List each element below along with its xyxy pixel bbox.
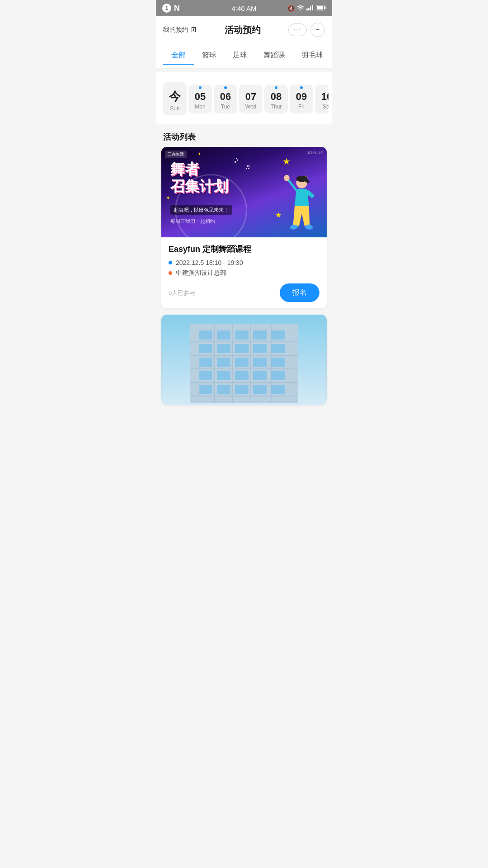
svg-rect-35: [271, 371, 285, 380]
header-actions: ··· −: [288, 23, 325, 37]
svg-rect-28: [235, 358, 249, 367]
svg-rect-1: [306, 9, 308, 10]
star-icon-5: ✦: [197, 151, 201, 156]
card-location-row: 中建滨湖设计总部: [169, 269, 319, 277]
wifi-icon: [297, 5, 304, 12]
card-location: 中建滨湖设计总部: [176, 269, 226, 277]
tab-all[interactable]: 全部: [163, 47, 194, 65]
svg-rect-27: [217, 358, 230, 367]
status-time: 4:40 AM: [231, 5, 256, 12]
date-num-08: 08: [271, 91, 282, 103]
dot-orange-location: [169, 271, 172, 275]
page-title: 活动预约: [197, 24, 288, 36]
svg-rect-2: [308, 8, 310, 10]
date-item-10[interactable]: 10 Sat: [315, 85, 328, 113]
my-booking-link[interactable]: 我的预约 🗓: [163, 26, 197, 34]
card-title-dance: Easyfun 定制舞蹈课程: [169, 244, 319, 255]
date-dot-08: [275, 86, 277, 89]
date-label-07: Wed: [245, 104, 256, 110]
banner-text-line2: 召集计划: [170, 178, 228, 195]
svg-rect-20: [271, 330, 285, 340]
music-note-1: ♪: [234, 154, 239, 165]
card-body-dance: Easyfun 定制舞蹈课程 2022.12.5 18:10 - 19:30 中…: [161, 237, 327, 308]
header: 我的预约 🗓 活动预约 ··· −: [156, 16, 332, 43]
status-right: 🔇: [287, 5, 326, 12]
mute-icon: 🔇: [287, 5, 295, 12]
date-label-08: Thur: [271, 104, 282, 110]
status-bar: 1 N 4:40 AM 🔇: [156, 0, 332, 16]
card-datetime-row: 2022.12.5 18:10 - 19:30: [169, 259, 319, 266]
svg-rect-17: [217, 330, 230, 340]
banner-sub-text: 起舞吧，以出色见未来！: [170, 205, 232, 215]
date-num-06: 06: [220, 91, 231, 103]
date-label-10: Sat: [323, 104, 328, 110]
card-datetime: 2022.12.5 18:10 - 19:30: [176, 259, 243, 266]
more-button[interactable]: ···: [288, 24, 307, 36]
svg-rect-31: [199, 371, 212, 380]
svg-rect-37: [217, 385, 230, 394]
date-item-09[interactable]: 09 Fri: [290, 85, 313, 113]
tab-badminton[interactable]: 羽毛球: [293, 47, 331, 65]
date-label-today: Sun: [170, 105, 179, 112]
svg-rect-40: [271, 385, 285, 394]
tab-dance[interactable]: 舞蹈课: [255, 47, 293, 65]
svg-rect-30: [271, 358, 285, 367]
svg-rect-16: [199, 330, 212, 340]
svg-rect-38: [235, 385, 249, 394]
close-button[interactable]: −: [310, 23, 325, 37]
tab-football[interactable]: 足球: [225, 47, 255, 65]
svg-rect-36: [199, 385, 212, 394]
date-num-today: 今: [169, 89, 181, 104]
music-note-2: ♬: [245, 163, 250, 171]
date-num-07: 07: [245, 91, 256, 103]
content-area: 活动列表 三办生活 JOIN US ★ ★ ★ ✦ ✦ ♪ ♬: [156, 124, 332, 405]
date-label-06: Tue: [221, 104, 230, 110]
banner-main-text: 舞者 召集计划: [170, 160, 228, 195]
svg-rect-19: [253, 330, 267, 340]
date-num-10: 10: [321, 91, 328, 103]
dot-blue-datetime: [169, 261, 172, 264]
signup-button-dance[interactable]: 报名: [280, 283, 319, 302]
svg-rect-33: [235, 371, 249, 380]
svg-rect-34: [253, 371, 267, 380]
banner-label-right: JOIN US: [307, 151, 323, 155]
svg-rect-7: [317, 6, 323, 9]
date-picker-container: 今 Sun 05 Mon 06 Tue 07 Wed 08 Thur 09: [156, 72, 332, 124]
banner-label-top: 三办生活: [165, 151, 187, 158]
svg-rect-4: [312, 5, 313, 10]
svg-point-0: [300, 9, 301, 10]
star-icon-4: ✦: [166, 195, 170, 201]
svg-rect-21: [199, 344, 212, 353]
date-label-09: Fri: [298, 104, 305, 110]
category-tabs: 全部 篮球 足球 舞蹈课 羽毛球: [156, 43, 332, 69]
svg-rect-22: [217, 344, 230, 353]
date-item-06[interactable]: 06 Tue: [214, 85, 237, 113]
card-banner-dance: 三办生活 JOIN US ★ ★ ★ ✦ ✦ ♪ ♬ 舞者 召集计划 起: [161, 147, 327, 237]
date-item-today[interactable]: 今 Sun: [163, 82, 187, 115]
activity-card-dance[interactable]: 三办生活 JOIN US ★ ★ ★ ✦ ✦ ♪ ♬ 舞者 召集计划 起: [161, 147, 327, 308]
date-item-05[interactable]: 05 Mon: [188, 85, 212, 113]
svg-rect-25: [271, 344, 285, 353]
tab-basketball[interactable]: 篮球: [194, 47, 225, 65]
date-picker: 今 Sun 05 Mon 06 Tue 07 Wed 08 Thur 09: [160, 78, 328, 120]
banner-sub2-text: 每周三我们一起相约: [170, 218, 215, 225]
svg-rect-3: [310, 6, 311, 10]
date-num-05: 05: [195, 91, 206, 103]
battery-icon: [316, 5, 326, 12]
activity-card-building[interactable]: [161, 315, 327, 405]
signal-icon: [306, 5, 314, 12]
svg-rect-6: [324, 6, 326, 9]
participants-count: 0人已参与: [169, 289, 195, 297]
my-booking-label: 我的预约: [163, 26, 188, 34]
date-dot-09: [300, 86, 303, 89]
date-item-08[interactable]: 08 Thur: [264, 85, 288, 113]
date-item-07[interactable]: 07 Wed: [239, 85, 263, 113]
status-num: 1: [162, 4, 171, 13]
date-dot-05: [199, 86, 202, 89]
date-dot-06: [224, 86, 227, 89]
svg-rect-29: [253, 358, 267, 367]
dance-figure: [272, 165, 318, 237]
svg-rect-24: [253, 344, 267, 353]
card-footer-dance: 0人已参与 报名: [169, 283, 319, 302]
section-title: 活动列表: [156, 124, 332, 147]
